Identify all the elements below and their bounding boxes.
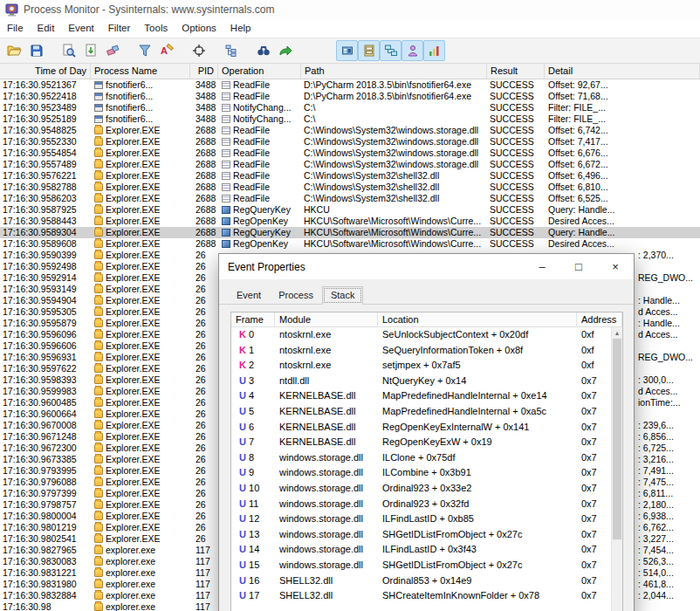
stack-frame-row[interactable]: U 3ntdll.dllNtQueryKey + 0x140x7 (231, 374, 622, 389)
menu-options[interactable]: Options (175, 19, 223, 38)
stack-frame-row[interactable]: U 13windows.storage.dllSHGetIDListFromOb… (231, 527, 622, 543)
stack-frame-row[interactable]: K 2ntoskrnl.exesetjmpex + 0x7af50xf (231, 358, 622, 374)
table-row[interactable]: 17:16:30.9525189fsnotifier6...3488Notify… (0, 113, 700, 125)
minimize-button[interactable]: – (524, 254, 560, 279)
stack-frame-row[interactable]: U 9windows.storage.dllILCombine + 0x3b91… (231, 465, 622, 481)
stack-frame-row[interactable]: U 14windows.storage.dllILFindLastID + 0x… (231, 542, 622, 558)
registry-operation-icon (222, 240, 230, 248)
maximize-button[interactable]: □ (560, 254, 597, 279)
process-cell: Explorer.EXE (91, 193, 190, 204)
capture-button[interactable] (58, 40, 79, 61)
autoscroll-button[interactable] (79, 40, 101, 61)
table-row[interactable]: 17:16:30.9576221Explorer.EXE2688ReadFile… (0, 170, 700, 182)
module-cell: windows.storage.dll (275, 465, 378, 481)
stack-frame-row[interactable]: U 12windows.storage.dllILFindLastID + 0x… (231, 511, 622, 527)
table-row[interactable]: 17:16:30.9586203Explorer.EXE2688ReadFile… (0, 193, 700, 204)
close-button[interactable]: × (597, 254, 634, 279)
operation-name: ReadFile (233, 79, 270, 90)
location-cell: ILClone + 0x75df (378, 450, 577, 466)
location-cell: SHCreateItemInKnownFolder + 0x78 (378, 588, 577, 604)
menu-help[interactable]: Help (223, 19, 258, 38)
pid-cell: 26 (190, 284, 218, 295)
stack-frame-row[interactable]: K 0ntoskrnl.exeSeUnlockSubjectContext + … (231, 327, 622, 343)
table-row[interactable]: 17:16:30.9523489fsnotifier6...3488Notify… (0, 102, 700, 113)
stack-column-address[interactable]: Address (577, 312, 622, 326)
table-row[interactable]: 17:16:30.9521367fsnotifier6...3488ReadFi… (0, 79, 700, 91)
stack-frame-row[interactable]: K 1ntoskrnl.exeSeQueryInformationToken +… (231, 343, 622, 359)
stack-frame-row[interactable]: U 17SHELL32.dllSHCreateItemInKnownFolder… (231, 588, 622, 604)
stack-frame-row[interactable]: U 16SHELL32.dllOrdinal853 + 0x14e90x7 (231, 573, 622, 589)
process-cell: fsnotifier6... (91, 113, 190, 125)
operation-cell: ReadFile (218, 193, 301, 204)
table-row[interactable]: 17:16:30.9557489Explorer.EXE2688ReadFile… (0, 159, 700, 170)
stack-frame-row[interactable]: U 6KERNELBASE.dllRegOpenKeyExInternalW +… (231, 420, 622, 436)
location-cell: RegOpenKeyExW + 0x19 (378, 435, 577, 450)
stack-column-location[interactable]: Location (378, 312, 577, 326)
stack-frame-row[interactable]: U 15windows.storage.dllSHGetIDListFromOb… (231, 558, 622, 573)
process-tree-button[interactable] (220, 40, 242, 61)
scrollbar-thumb[interactable] (613, 339, 621, 539)
frame-type: K (239, 345, 246, 355)
find-button[interactable] (252, 40, 274, 61)
include-process-from-window-button[interactable] (188, 40, 209, 61)
stack-column-frame[interactable]: Frame (231, 312, 275, 326)
column-header-pid[interactable]: PID (190, 64, 218, 79)
menu-file[interactable]: File (0, 19, 31, 38)
show-network-activity-button[interactable] (380, 40, 401, 61)
menu-event[interactable]: Event (61, 19, 100, 38)
result-cell: SUCCESS (487, 125, 545, 136)
dialog-title-bar[interactable]: Event Properties –□× (219, 254, 634, 279)
stack-frame-row[interactable]: U 5KERNELBASE.dllMapPredefinedHandleInte… (231, 404, 622, 420)
table-row[interactable]: 17:16:30.9589608Explorer.EXE2688RegOpenK… (0, 238, 700, 250)
stack-scrollbar[interactable]: ▲ (611, 327, 622, 611)
table-row[interactable]: 17:16:30.9587925Explorer.EXE2688RegQuery… (0, 204, 700, 216)
time-cell: 17:16:30.9598393 (0, 374, 91, 386)
show-process-activity-button[interactable] (401, 40, 423, 61)
result-cell: SUCCESS (487, 136, 545, 148)
menu-filter[interactable]: Filter (101, 19, 138, 38)
tab-event[interactable]: Event (228, 286, 270, 305)
open-button[interactable] (3, 40, 25, 61)
menu-tools[interactable]: Tools (137, 19, 175, 38)
table-row[interactable]: 17:16:30.9554854Explorer.EXE2688ReadFile… (0, 148, 700, 159)
time-cell: 17:16:30.9595305 (0, 306, 91, 318)
column-header-op[interactable]: Operation (218, 64, 301, 79)
column-header-time[interactable]: Time of Day (0, 64, 91, 79)
save-button[interactable] (25, 40, 47, 61)
tab-process[interactable]: Process (270, 286, 322, 305)
time-cell: 17:16:30.9589304 (0, 227, 91, 238)
table-row[interactable]: 17:16:30.9522418fsnotifier6...3488ReadFi… (0, 91, 700, 102)
column-header-detail[interactable]: Detail (545, 64, 700, 79)
filter-button[interactable] (134, 40, 155, 61)
folder-icon (94, 535, 103, 543)
column-header-result[interactable]: Result (487, 64, 545, 79)
column-header-path[interactable]: Path (301, 64, 487, 79)
clear-button[interactable] (101, 40, 123, 61)
frame-type: U (239, 467, 246, 477)
column-header-process[interactable]: Process Name (91, 64, 190, 79)
table-row[interactable]: 17:16:30.9548825Explorer.EXE2688ReadFile… (0, 125, 700, 136)
table-row[interactable]: 17:16:30.9588443Explorer.EXE2688RegOpenK… (0, 216, 700, 227)
stack-frame-row[interactable]: U 7KERNELBASE.dllRegOpenKeyExW + 0x190x7 (231, 435, 622, 450)
table-row[interactable]: 17:16:30.9582788Explorer.EXE2688ReadFile… (0, 182, 700, 193)
highlight-button[interactable]: A (155, 40, 177, 61)
show-registry-activity-button[interactable] (336, 40, 358, 61)
save-icon (30, 44, 44, 58)
process-monitor-window: Process Monitor - Sysinternals: www.sysi… (0, 0, 700, 611)
jump-to-button[interactable] (274, 40, 296, 61)
process-name: Explorer.EXE (106, 408, 160, 419)
scroll-up-icon[interactable]: ▲ (612, 327, 622, 339)
stack-frame-row[interactable]: U 11windows.storage.dllOrdinal923 + 0x32… (231, 497, 622, 512)
stack-column-module[interactable]: Module (275, 312, 378, 326)
process-person-icon (406, 44, 420, 58)
tab-stack[interactable]: Stack (322, 286, 364, 305)
stack-frame-row[interactable]: U 10windows.storage.dllOrdinal923 + 0x33… (231, 481, 622, 497)
event-properties-dialog: Event Properties –□× EventProcessStack F… (218, 253, 635, 611)
stack-frame-row[interactable]: U 8windows.storage.dllILClone + 0x75df0x… (231, 450, 622, 466)
show-filesystem-activity-button[interactable] (358, 40, 380, 61)
table-row[interactable]: 17:16:30.9552330Explorer.EXE2688ReadFile… (0, 136, 700, 148)
show-profiling-events-button[interactable] (423, 40, 445, 61)
stack-frame-row[interactable]: U 4KERNELBASE.dllMapPredefinedHandleInte… (231, 388, 622, 404)
menu-edit[interactable]: Edit (31, 19, 62, 38)
table-row[interactable]: 17:16:30.9589304Explorer.EXE2688RegQuery… (0, 227, 700, 238)
